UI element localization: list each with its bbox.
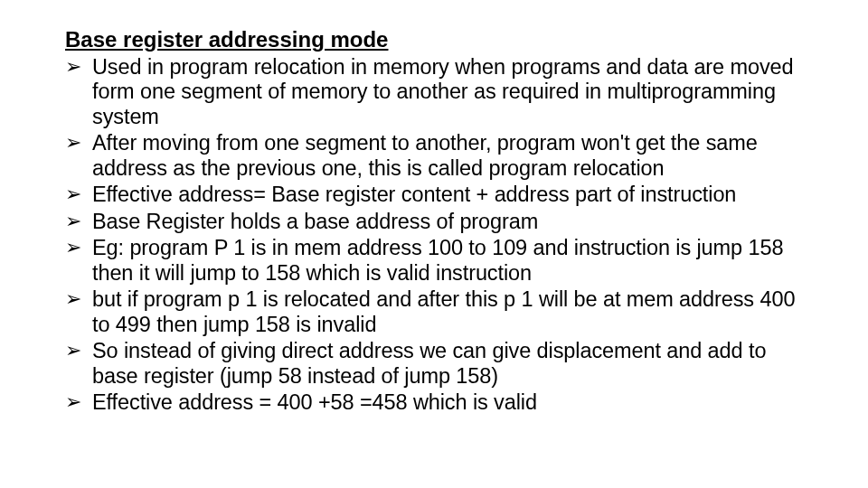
list-item: Base Register holds a base address of pr… <box>65 210 803 234</box>
list-item: So instead of giving direct address we c… <box>65 339 803 389</box>
list-item: After moving from one segment to another… <box>65 131 803 181</box>
list-item: Used in program relocation in memory whe… <box>65 55 803 129</box>
slide: Base register addressing mode Used in pr… <box>0 0 868 488</box>
slide-heading: Base register addressing mode <box>65 27 803 53</box>
list-item: Eg: program P 1 is in mem address 100 to… <box>65 236 803 286</box>
list-item: Effective address = 400 +58 =458 which i… <box>65 390 803 415</box>
list-item: but if program p 1 is relocated and afte… <box>65 287 803 337</box>
bullet-list: Used in program relocation in memory whe… <box>65 55 803 416</box>
list-item: Effective address= Base register content… <box>65 183 803 207</box>
